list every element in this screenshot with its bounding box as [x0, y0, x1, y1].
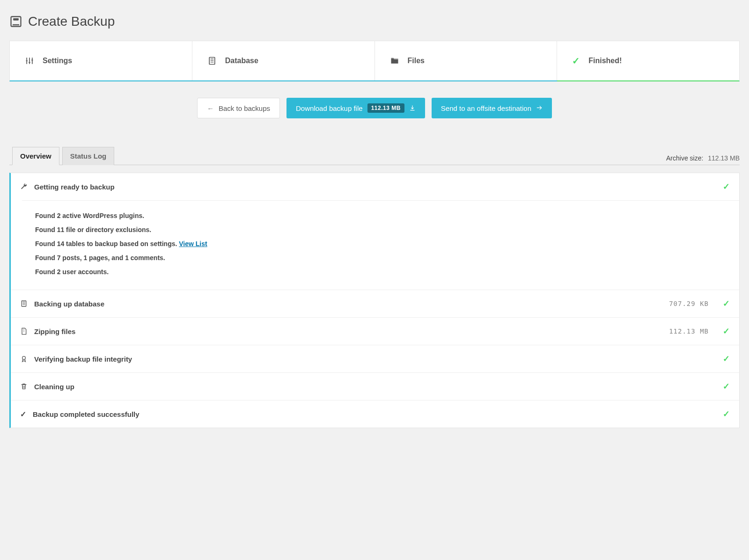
badge-icon: [20, 355, 28, 363]
database-icon: [207, 56, 217, 65]
backup-icon: [9, 15, 22, 28]
check-icon: ✓: [723, 326, 730, 336]
ready-details: Found 2 active WordPress plugins. Found …: [22, 200, 739, 290]
database-icon: [20, 300, 28, 307]
step-zip-title: Zipping files: [34, 327, 662, 335]
detail-exclusions: Found 11 file or directory exclusions.: [35, 226, 730, 233]
detail-tables-text: Found 14 tables to backup based on setti…: [35, 240, 179, 247]
offsite-label: Send to an offsite destination: [441, 104, 531, 112]
wrench-icon: [20, 183, 28, 190]
step-files[interactable]: Files: [375, 41, 558, 80]
download-icon: [409, 105, 416, 111]
svg-point-5: [31, 59, 33, 61]
step-db: Backing up database 707.29 KB ✓: [11, 290, 739, 318]
step-zip: Zipping files 112.13 MB ✓: [11, 318, 739, 345]
send-icon: [536, 105, 543, 111]
page-title: Create Backup: [28, 14, 115, 29]
step-done-title: Backup completed successfully: [33, 410, 709, 418]
svg-point-3: [26, 60, 28, 61]
step-clean-title: Cleaning up: [34, 383, 709, 391]
svg-rect-7: [22, 301, 26, 306]
check-icon: ✓: [723, 182, 730, 192]
step-settings-label: Settings: [43, 57, 72, 65]
step-verify: Verifying backup file integrity ✓: [11, 345, 739, 373]
progress-panel: Getting ready to backup ✓ Found 2 active…: [9, 173, 740, 428]
download-backup-button[interactable]: Download backup file 112.13 MB: [286, 98, 425, 118]
wizard-steps: Settings Database Files ✓ Finished!: [9, 41, 740, 81]
tabs: Overview Status Log: [12, 146, 114, 165]
step-zip-size: 112.13 MB: [669, 327, 709, 335]
svg-point-8: [22, 356, 26, 360]
tabs-row: Overview Status Log Archive size: 112.13…: [9, 146, 740, 165]
trash-icon: [20, 383, 28, 390]
page-header: Create Backup: [9, 14, 740, 29]
arrow-left-icon: ←: [207, 104, 214, 112]
detail-posts: Found 7 posts, 1 pages, and 1 comments.: [35, 254, 730, 262]
action-row: ← Back to backups Download backup file 1…: [9, 98, 740, 118]
sliders-icon: [25, 56, 34, 65]
check-icon: ✓: [723, 354, 730, 364]
svg-rect-2: [13, 24, 19, 25]
back-label: Back to backups: [219, 104, 270, 112]
svg-rect-6: [209, 58, 215, 65]
svg-rect-1: [13, 18, 19, 21]
step-ready: Getting ready to backup ✓: [11, 173, 739, 200]
step-finished[interactable]: ✓ Finished!: [557, 41, 739, 80]
step-database[interactable]: Database: [192, 41, 375, 80]
step-files-label: Files: [408, 57, 425, 65]
check-icon: ✓: [723, 409, 730, 419]
step-clean: Cleaning up ✓: [11, 373, 739, 400]
view-list-link[interactable]: View List: [179, 240, 207, 247]
step-db-title: Backing up database: [34, 300, 662, 308]
archive-size: Archive size: 112.13 MB: [666, 154, 740, 165]
check-icon: ✓: [723, 381, 730, 392]
step-verify-title: Verifying backup file integrity: [34, 355, 709, 363]
check-icon: ✓: [572, 55, 580, 66]
download-label: Download backup file: [296, 104, 363, 112]
check-icon: ✓: [723, 298, 730, 309]
tab-status-log[interactable]: Status Log: [62, 147, 115, 165]
zip-icon: [20, 327, 28, 335]
detail-plugins: Found 2 active WordPress plugins.: [35, 212, 730, 219]
download-size-badge: 112.13 MB: [367, 103, 404, 113]
detail-tables: Found 14 tables to backup based on setti…: [35, 240, 730, 247]
archive-size-value: 112.13 MB: [708, 154, 740, 162]
step-ready-title: Getting ready to backup: [34, 183, 709, 191]
step-db-size: 707.29 KB: [669, 300, 709, 307]
step-database-label: Database: [225, 57, 258, 65]
folder-icon: [390, 56, 399, 65]
check-icon: ✓: [20, 410, 26, 419]
svg-point-4: [29, 62, 30, 63]
back-to-backups-button[interactable]: ← Back to backups: [197, 98, 280, 118]
step-finished-label: Finished!: [588, 57, 622, 65]
send-offsite-button[interactable]: Send to an offsite destination: [432, 98, 552, 118]
step-done: ✓ Backup completed successfully ✓: [11, 400, 739, 428]
step-settings[interactable]: Settings: [10, 41, 192, 80]
detail-users: Found 2 user accounts.: [35, 268, 730, 276]
archive-size-label: Archive size:: [666, 154, 703, 162]
tab-overview[interactable]: Overview: [12, 147, 59, 165]
